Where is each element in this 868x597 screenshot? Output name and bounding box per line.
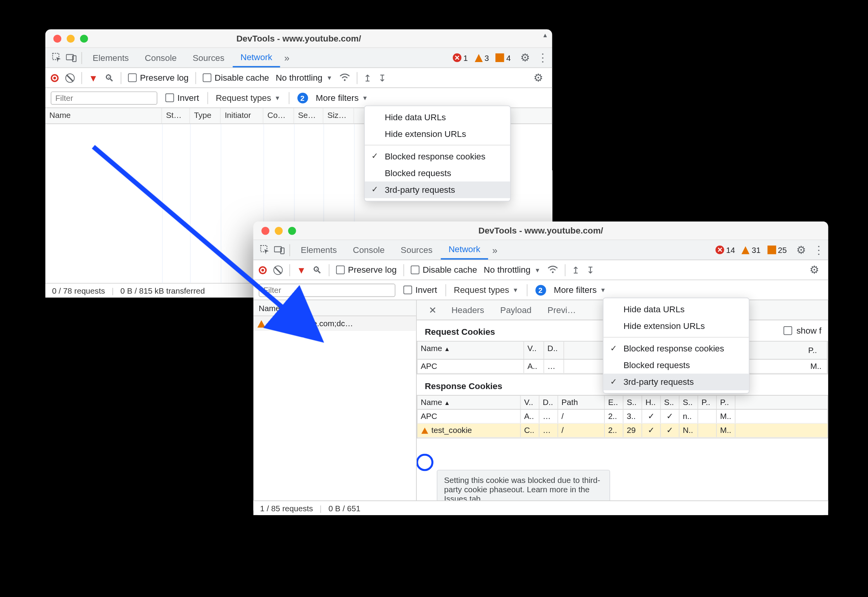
invert-checkbox[interactable]: Invert	[166, 93, 199, 103]
network-settings-icon[interactable]: ⚙	[806, 263, 823, 276]
throttling-select[interactable]: No throttling▼	[276, 73, 332, 83]
dd-blocked-response-cookies[interactable]: Blocked response cookies	[365, 148, 510, 165]
preserve-log-checkbox[interactable]: Preserve log	[128, 73, 188, 83]
disable-cache-checkbox[interactable]: Disable cache	[411, 265, 477, 275]
col-size[interactable]: Siz…	[323, 108, 354, 124]
dd-hide-data-urls[interactable]: Hide data URLs	[604, 301, 749, 318]
tab-elements[interactable]: Elements	[85, 48, 137, 67]
more-filters-button[interactable]: More filters▼	[316, 93, 368, 103]
clear-button[interactable]	[273, 265, 283, 275]
col-status[interactable]: St…	[162, 108, 190, 124]
col-initiator[interactable]: Initiator	[221, 108, 263, 124]
filter-icon[interactable]: ▼	[89, 73, 98, 83]
request-list: Name www.youtube.com;dc…	[254, 300, 417, 500]
warning-count[interactable]: 31	[742, 245, 761, 254]
kebab-icon[interactable]: ⋮	[809, 244, 828, 256]
disable-cache-checkbox[interactable]: Disable cache	[203, 73, 269, 83]
preserve-log-checkbox[interactable]: Preserve log	[336, 265, 397, 275]
tab-sources[interactable]: Sources	[185, 48, 232, 67]
kebab-icon[interactable]: ⋮	[533, 51, 552, 64]
throttling-select[interactable]: No throttling▼	[484, 265, 540, 275]
request-types-select[interactable]: Request types▼	[216, 93, 280, 103]
record-button[interactable]	[259, 266, 267, 274]
th-name[interactable]: Name▲	[418, 396, 521, 409]
requests-count: 0 / 78 requests	[52, 286, 105, 295]
clear-button[interactable]	[66, 73, 75, 82]
request-row[interactable]: www.youtube.com;dc…	[254, 316, 416, 331]
dd-hide-data-urls[interactable]: Hide data URLs	[365, 109, 510, 125]
filter-bar: Invert Request types▼ 2 More filters▼ Hi…	[45, 88, 552, 108]
upload-har-icon[interactable]: ↥	[364, 73, 372, 83]
dd-3rd-party-requests[interactable]: 3rd-party requests	[604, 374, 749, 390]
request-list-header[interactable]: Name	[254, 300, 416, 316]
upload-har-icon[interactable]: ↥	[572, 265, 580, 275]
transfer-size: 0 B / 651	[328, 504, 361, 513]
col-name[interactable]: Name	[45, 108, 162, 124]
error-count[interactable]: ✕1	[453, 53, 468, 62]
detail-tab-headers[interactable]: Headers	[443, 300, 492, 320]
warning-count[interactable]: 3	[475, 53, 489, 62]
filter-input[interactable]	[51, 91, 157, 104]
error-count[interactable]: ✕14	[715, 245, 735, 254]
transfer-size: 0 B / 815 kB transferred	[120, 286, 205, 295]
th-d[interactable]: D..	[544, 342, 564, 359]
invert-checkbox[interactable]: Invert	[404, 285, 437, 295]
dd-blocked-response-cookies[interactable]: Blocked response cookies	[604, 340, 749, 357]
col-se[interactable]: Se…	[294, 108, 324, 124]
dd-hide-extension-urls[interactable]: Hide extension URLs	[365, 125, 510, 142]
titlebar: DevTools - www.youtube.com/	[254, 221, 828, 240]
detail-tab-preview[interactable]: Previ…	[540, 300, 584, 320]
window-title: DevTools - www.youtube.com/	[45, 33, 552, 43]
record-button[interactable]	[51, 74, 59, 82]
detail-tab-payload[interactable]: Payload	[492, 300, 540, 320]
search-icon[interactable]: 🔍︎	[312, 265, 322, 275]
device-icon[interactable]	[64, 48, 79, 67]
panel-tabs: Elements Console Sources Network » ✕1 3 …	[45, 48, 552, 68]
dd-3rd-party-requests[interactable]: 3rd-party requests	[365, 182, 510, 198]
tab-console[interactable]: Console	[137, 48, 185, 67]
network-settings-icon[interactable]: ⚙	[530, 71, 547, 84]
tab-elements[interactable]: Elements	[293, 240, 345, 260]
inspect-icon[interactable]	[257, 240, 272, 260]
gear-icon[interactable]: ⚙	[516, 51, 533, 64]
request-name: www.youtube.com;dc…	[269, 319, 353, 328]
close-icon[interactable]: ✕	[422, 305, 443, 315]
col-type[interactable]: Type	[190, 108, 221, 124]
info-count[interactable]: 4	[495, 53, 511, 62]
show-filtered-checkbox[interactable]: show f	[784, 325, 821, 336]
device-icon[interactable]	[272, 240, 287, 260]
window-title: DevTools - www.youtube.com/	[254, 225, 828, 235]
dd-blocked-requests[interactable]: Blocked requests	[604, 357, 749, 374]
network-conditions-icon[interactable]	[547, 265, 558, 275]
gear-icon[interactable]: ⚙	[792, 244, 809, 256]
col-co[interactable]: Co…	[263, 108, 294, 124]
panel-tabs: Elements Console Sources Network » ✕14 3…	[254, 240, 828, 260]
tabs-overflow[interactable]: »	[280, 52, 293, 63]
request-types-select[interactable]: Request types▼	[454, 285, 518, 295]
requests-count: 1 / 85 requests	[260, 504, 313, 513]
tabs-overflow[interactable]: »	[488, 244, 502, 255]
download-har-icon[interactable]: ↧	[587, 265, 595, 275]
tab-network[interactable]: Network	[440, 240, 488, 260]
dd-hide-extension-urls[interactable]: Hide extension URLs	[604, 318, 749, 334]
response-cookie-row[interactable]: APC A.. … / 2.. 3.. ✓ ✓ n.. M..	[418, 410, 828, 424]
response-cookie-row-highlighted[interactable]: test_cookie C.. … / 2.. 29 ✓ ✓ N.. M..	[418, 424, 828, 438]
inspect-icon[interactable]	[49, 48, 64, 67]
filter-input[interactable]	[259, 283, 395, 296]
tab-sources[interactable]: Sources	[393, 240, 440, 260]
devtools-window-2: DevTools - www.youtube.com/ Elements Con…	[254, 221, 828, 515]
more-filters-dropdown: Hide data URLs Hide extension URLs Block…	[364, 106, 511, 202]
th-name[interactable]: Name▲	[418, 342, 524, 359]
status-bar: 1 / 85 requests | 0 B / 651	[254, 500, 828, 515]
titlebar: DevTools - www.youtube.com/	[45, 29, 552, 48]
more-filters-button[interactable]: More filters▼	[554, 285, 606, 295]
info-count[interactable]: 25	[767, 245, 787, 254]
tab-console[interactable]: Console	[345, 240, 393, 260]
tab-network[interactable]: Network	[233, 48, 280, 67]
search-icon[interactable]: 🔍︎	[105, 73, 114, 83]
network-conditions-icon[interactable]	[339, 73, 350, 83]
download-har-icon[interactable]: ↧	[378, 73, 387, 83]
th-v[interactable]: V..	[524, 342, 544, 359]
dd-blocked-requests[interactable]: Blocked requests	[365, 165, 510, 182]
filter-icon[interactable]: ▼	[297, 265, 306, 275]
